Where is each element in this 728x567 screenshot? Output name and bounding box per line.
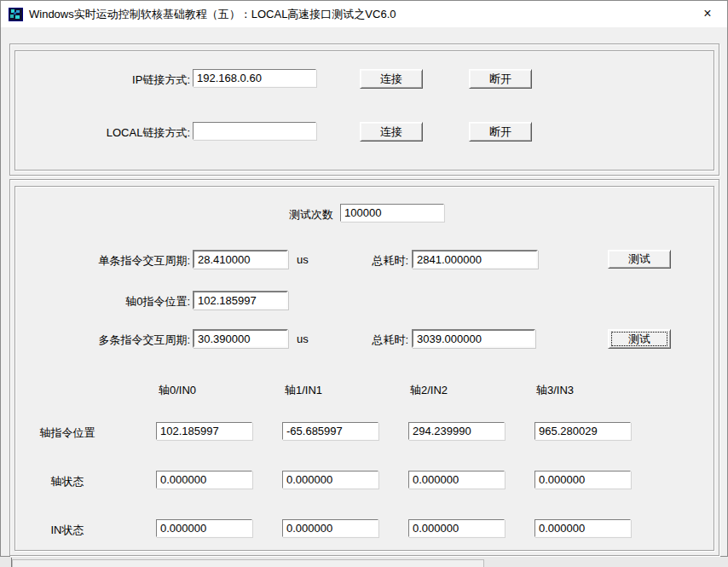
header-axis0: 轴0/IN0 <box>159 383 196 398</box>
row-label-axis-status: 轴状态 <box>16 474 118 489</box>
axis-position-cell-2[interactable] <box>408 422 505 440</box>
row-label-in-status: IN状态 <box>16 523 118 538</box>
row-label-axis-position: 轴指令位置 <box>16 425 118 441</box>
single-total-input[interactable] <box>412 250 538 269</box>
multi-total-input[interactable] <box>412 329 535 348</box>
close-button[interactable]: × <box>688 1 727 27</box>
local-mode-label: LOCAL链接方式: <box>52 125 190 141</box>
single-cycle-label: 单条指令交互周期: <box>26 253 190 269</box>
window-title: Windows实时运动控制软核基础教程（五）：LOCAL高速接口测试之VC6.0 <box>29 1 396 27</box>
header-axis2: 轴2/IN2 <box>410 383 448 398</box>
header-axis1: 轴1/IN1 <box>285 383 322 398</box>
axis-position-cell-1[interactable] <box>282 422 378 440</box>
local-link-input[interactable] <box>193 122 316 140</box>
axis0-position-input[interactable] <box>193 291 288 310</box>
multi-test-label: 测试 <box>628 333 650 345</box>
axis0-position-label: 轴0指令位置: <box>26 294 190 310</box>
multi-cycle-input[interactable] <box>193 329 288 348</box>
single-test-button[interactable]: 测试 <box>608 250 671 269</box>
screen: Windows实时运动控制软核基础教程（五）：LOCAL高速接口测试之VC6.0… <box>0 0 728 567</box>
ip-address-input[interactable] <box>193 69 316 87</box>
axis-status-cell-2[interactable] <box>408 471 505 489</box>
ip-connect-button[interactable]: 连接 <box>360 69 423 89</box>
axis-position-cell-0[interactable] <box>156 422 252 440</box>
multi-test-button[interactable]: 测试 <box>608 329 671 349</box>
in-status-cell-1[interactable] <box>282 519 378 537</box>
multi-total-label: 总耗时: <box>340 333 408 348</box>
axis-status-cell-3[interactable] <box>534 471 631 489</box>
header-axis3: 轴3/IN3 <box>536 383 574 398</box>
test-count-label: 测试次数 <box>257 207 333 223</box>
main-dialog: Windows实时运动控制软核基础教程（五）：LOCAL高速接口测试之VC6.0… <box>0 0 728 557</box>
local-disconnect-button[interactable]: 断开 <box>469 122 532 142</box>
local-disconnect-label: 断开 <box>489 125 511 138</box>
background-window-edge <box>11 558 12 567</box>
in-status-cell-0[interactable] <box>156 519 252 537</box>
ip-mode-label: IP链接方式: <box>52 72 190 88</box>
single-unit-label: us <box>297 253 309 266</box>
single-test-label: 测试 <box>628 252 650 265</box>
single-total-label: 总耗时: <box>340 253 408 269</box>
multi-unit-label: us <box>297 333 309 345</box>
ip-connect-label: 连接 <box>380 72 402 85</box>
ip-disconnect-button[interactable]: 断开 <box>469 69 532 89</box>
multi-cycle-label: 多条指令交互周期: <box>26 333 190 348</box>
local-connect-button[interactable]: 连接 <box>360 122 423 142</box>
single-cycle-input[interactable] <box>193 250 288 269</box>
in-status-cell-3[interactable] <box>534 519 631 537</box>
axis-status-cell-0[interactable] <box>156 471 252 489</box>
axis-position-cell-3[interactable] <box>534 422 631 440</box>
in-status-cell-2[interactable] <box>408 519 505 537</box>
local-connect-label: 连接 <box>380 125 402 138</box>
test-count-input[interactable] <box>340 204 444 222</box>
test-inner-frame <box>14 186 714 551</box>
title-bar: Windows实时运动控制软核基础教程（五）：LOCAL高速接口测试之VC6.0… <box>1 1 727 27</box>
app-icon <box>9 8 23 21</box>
background-window-tab <box>12 559 484 567</box>
ip-disconnect-label: 断开 <box>489 72 511 85</box>
axis-status-cell-1[interactable] <box>282 471 378 489</box>
